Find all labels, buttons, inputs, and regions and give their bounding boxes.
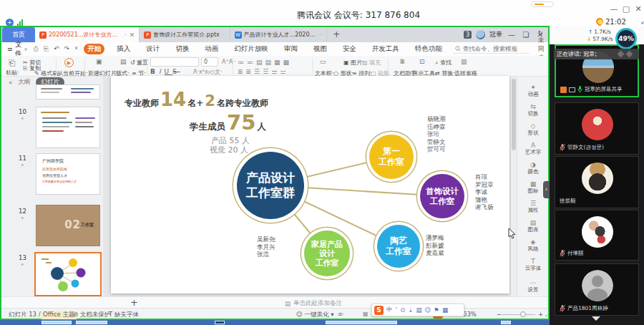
save-icon[interactable]: ⎙ (34, 45, 39, 53)
meeting-control-pill[interactable] (531, 1, 554, 7)
center-bubble[interactable]: 产品设计工作室群 (237, 152, 304, 219)
notification-badge[interactable]: 3 (464, 31, 472, 39)
performance-badge[interactable]: 49% (615, 28, 637, 49)
ime-mic-icon[interactable]: ⇣ (408, 306, 413, 314)
ribbon-tab[interactable]: 设计 (142, 44, 163, 54)
pin-icon[interactable]: ◦ (222, 31, 225, 38)
font-effects-buttons[interactable]: A·x²x₂◇文· (193, 68, 223, 76)
missing-font-status[interactable]: T 缺失字体 (109, 311, 139, 319)
wps-minimize-button[interactable]: — (507, 31, 517, 39)
textbox-icon[interactable]: ▭ (320, 58, 326, 65)
studio-bubble-home[interactable]: 家居产品设计工作室 (304, 231, 350, 276)
pin-icon[interactable]: ◦ (319, 31, 323, 38)
panel-settings[interactable]: ⋯设置 (517, 280, 549, 294)
input-method-toolbar[interactable]: S 中 ’ ⊙ ⇣ ▤ ☺ ⚑ ▦ (371, 304, 464, 316)
minimize-button[interactable]: — (608, 4, 620, 14)
selection-pane-icon[interactable]: ▥ (461, 58, 467, 65)
font-grow-shrink[interactable]: A⁺A⁻ (222, 59, 235, 65)
ribbon-tab[interactable]: 切换 (172, 44, 192, 54)
undo-icon[interactable]: ↶ (54, 45, 59, 53)
search-input[interactable] (463, 45, 527, 52)
thumbnail-slide-13-current[interactable] (34, 252, 102, 296)
maximize-button[interactable]: ▢ (620, 4, 632, 14)
wps-restore-button[interactable]: ❏ (521, 31, 531, 39)
ime-toolbox-icon[interactable]: ▦ (442, 306, 448, 314)
close-button[interactable]: ✕ (633, 4, 644, 14)
ime-skin-icon[interactable]: ⚑ (434, 306, 439, 314)
present-tools-icon[interactable]: ⊡ (419, 58, 425, 65)
ribbon-tab[interactable]: 安全 (339, 44, 360, 54)
scroll-more-participants-icon[interactable] (592, 316, 600, 321)
protect-status[interactable]: ⊘ 文档未保护 (73, 311, 110, 319)
scrollbar-thumb[interactable] (512, 79, 516, 150)
panel-collapse-handle[interactable]: › (543, 181, 550, 198)
ribbon-tab[interactable]: 动画 (201, 44, 222, 54)
participant-tile[interactable]: 管静文(관정문) (555, 102, 639, 155)
participant-tile[interactable]: 徐晨毅 (555, 156, 639, 208)
slide-canvas[interactable]: 专业教师 14 名+ 2 名跨专业教师 学生成员 75 人 产品 55 人 视觉… (111, 76, 509, 294)
taskbar-window[interactable] (215, 321, 225, 324)
panel-colors[interactable]: ◑颜色 (517, 162, 549, 175)
chevron-down-icon[interactable]: ∨ (74, 45, 78, 53)
beautify-button[interactable]: ☺ 一键美化 ▾ (296, 311, 334, 319)
new-tab-button[interactable]: + (327, 27, 346, 42)
zoom-slider-knob[interactable] (520, 311, 526, 317)
zoom-in-button[interactable]: + (538, 311, 543, 318)
ribbon-tab[interactable]: 特色功能 (411, 44, 446, 54)
participant-tile[interactable]: 产品1801周林婷 (555, 263, 639, 316)
taskbar-window[interactable] (501, 321, 511, 324)
panel-wordart[interactable]: A艺术字 (517, 142, 549, 156)
ime-keyboard-icon[interactable]: ▤ (416, 306, 421, 314)
panel-style[interactable]: ◈风格 (517, 239, 549, 253)
panel-shapes[interactable]: ◇形状 (517, 123, 549, 137)
ime-account-icon[interactable]: ☺ (424, 306, 431, 314)
tab-doc-active[interactable]: P 20200521...设计专业方向介绍 ◦ ✕ (35, 27, 140, 42)
tab-doc-3[interactable]: W 产品设计专业人才...20200106 ◦ (230, 27, 328, 42)
paste-button[interactable]: 粘贴· (6, 69, 19, 77)
ime-mode-icon[interactable]: 中 (386, 306, 393, 314)
command-search[interactable] (453, 44, 530, 54)
studio-bubble-ceramics[interactable]: 陶艺工作室 (377, 225, 420, 268)
ribbon-tab[interactable]: 审阅 (280, 44, 301, 54)
paste-icon[interactable]: ⎗ (9, 58, 16, 68)
font-name-select[interactable] (150, 57, 199, 67)
tab-doc-2[interactable]: P 首饰设计工作室简介.pptx ◦ (140, 27, 230, 42)
align-buttons[interactable]: ≣≣☰☰⚌⚍ (238, 68, 288, 75)
notes-placeholder[interactable]: ▤ 单击此处添加备注 (285, 299, 342, 308)
fullscreen-icon[interactable]: ⤢ (641, 17, 644, 26)
thumbnail-slide-11[interactable]: 广州商学院应用型本科院校培养应用型人才培养高素质复合应用型人才 (36, 153, 100, 195)
font-style-buttons[interactable]: BIUS (150, 68, 180, 75)
zoom-value[interactable]: 63% (463, 311, 477, 318)
find-button[interactable]: ⌕ 查找 (435, 59, 452, 67)
user-avatar[interactable] (476, 30, 485, 39)
reset-button[interactable]: ↺ 重置 (130, 59, 148, 67)
output-icon[interactable]: ⎘ (44, 45, 49, 53)
user-name[interactable]: 冠章 (489, 30, 502, 39)
vertical-scrollbar[interactable] (511, 77, 517, 296)
ribbon-tab[interactable]: 视图 (310, 44, 331, 54)
panel-transition[interactable]: ⇆切换 (517, 104, 549, 117)
redo-icon[interactable]: ↷ (64, 45, 70, 53)
ribbon-tab[interactable]: 开发工具 (369, 44, 403, 54)
ribbon-tab[interactable]: 开始 (84, 44, 104, 54)
font-size-select[interactable]: 0 (201, 57, 218, 67)
ime-punct-icon[interactable]: ’ (396, 306, 398, 314)
panel-gallery[interactable]: ▤图库 (517, 220, 549, 233)
new-slide-icon[interactable]: ▣ (96, 58, 102, 65)
list-buttons[interactable]: ≔≕▤▤▦▩ (238, 59, 292, 66)
studio-bubble-jewelry[interactable]: 首饰设计工作室 (420, 174, 464, 218)
sogou-logo-icon[interactable]: S (374, 306, 384, 315)
pin-icon[interactable]: ◦ (124, 31, 127, 38)
taskbar-window[interactable] (326, 321, 397, 324)
sidebar-collapse-icon[interactable]: « (9, 79, 12, 86)
panel-properties[interactable]: ☰属性 (517, 200, 549, 214)
taskbar-window[interactable] (42, 321, 72, 324)
doc-assistant-icon[interactable]: 🗎 (399, 58, 406, 65)
tab-close-icon[interactable]: ✕ (130, 31, 135, 39)
studio-bubble-first[interactable]: 第一工作室 (369, 135, 414, 179)
zoom-out-button[interactable]: − (497, 311, 502, 318)
zoom-slider-track[interactable] (502, 314, 535, 315)
layout-toggle-icon[interactable]: ≡· (338, 311, 345, 318)
layout-icon[interactable]: ▤ (120, 58, 127, 65)
ribbon-tab[interactable]: 幻灯片放映 (230, 44, 272, 54)
